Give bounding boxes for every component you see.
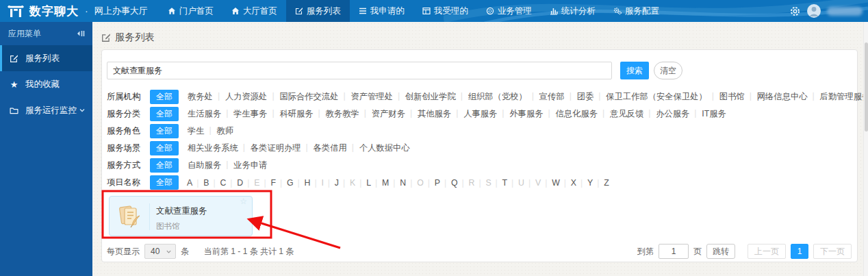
user-avatar[interactable] [807,4,821,18]
nav-item-portal-home[interactable]: 门户首页 [159,0,222,22]
filter-all-badge[interactable]: 全部 [150,124,179,138]
filter-option[interactable]: 各类证明办理 [244,142,307,154]
filter-all-badge[interactable]: 全部 [150,158,179,173]
filter-all-badge[interactable]: 全部 [150,90,179,104]
letter-option-W[interactable]: W [546,178,565,188]
house-icon [231,7,240,15]
scrollbar-thumb[interactable] [865,42,868,131]
filter-option[interactable]: 教师 [211,125,240,137]
letter-option-V[interactable]: V [530,178,546,188]
letter-option-U[interactable]: U [513,178,530,188]
clear-button[interactable]: 清空 [654,62,682,79]
brand[interactable]: 数字聊大 · 网上办事大厅 [0,3,159,19]
filter-option[interactable]: 网络信息中心 [751,91,814,103]
letter-option-Z[interactable]: Z [598,178,615,188]
filter-option[interactable]: 学生 [181,125,211,137]
arch-logo-icon [7,4,25,18]
filter-option[interactable]: 意见反馈 [604,108,650,120]
filter-option[interactable]: 教务教学 [320,108,366,120]
filter-option[interactable]: 组织部（党校） [462,91,533,103]
sidebar-menu: 服务列表★我的收藏服务运行监控 [0,45,92,123]
letter-option-N[interactable]: N [394,178,411,188]
filter-option[interactable]: 保卫工作部（安全保卫处） [600,91,713,103]
filter-option[interactable]: 团委 [571,91,600,103]
letter-option-S[interactable]: S [480,178,496,188]
letter-option-H[interactable]: H [298,178,316,188]
letter-option-L[interactable]: L [361,178,376,188]
filter-all-badge[interactable]: 全部 [150,141,179,155]
letter-option-A[interactable]: A [181,178,198,188]
username-redacted[interactable] [827,7,863,16]
letter-option-B[interactable]: B [198,178,214,188]
filter-option[interactable]: 相关业务系统 [181,142,244,154]
jump-button[interactable]: 跳转 [706,244,735,259]
next-page-button[interactable]: 下一页 [813,244,852,259]
letter-option-T[interactable]: T [497,178,513,188]
filter-all-badge[interactable]: 全部 [150,175,179,190]
nav-item-hall-home[interactable]: 大厅首页 [222,0,286,22]
letter-option-C[interactable]: C [214,178,231,188]
sidebar-item-my-favorites[interactable]: ★我的收藏 [0,71,92,97]
filter-option[interactable]: 后勤管理服务中心 [814,91,868,103]
letter-option-G[interactable]: G [281,178,299,188]
service-card[interactable]: ☆ 文献查重服务 图书馆 [109,196,253,236]
filter-option[interactable]: 业务申请 [227,160,273,171]
sidebar-item-label: 我的收藏 [25,79,60,90]
per-page-select[interactable]: 40 [144,244,176,259]
nav-item-my-applications[interactable]: 我申请的 [350,0,413,22]
letter-option-X[interactable]: X [565,178,582,188]
star-outline-icon[interactable]: ☆ [240,197,247,206]
letter-option-D[interactable]: D [231,178,248,188]
letter-option-M[interactable]: M [376,178,394,188]
nav-item-statistics[interactable]: 统计分析 [541,0,604,22]
scrollbar-track[interactable] [863,22,868,276]
sidebar-item-service-list[interactable]: 服务列表 [0,45,92,71]
letter-option-Y[interactable]: Y [582,178,598,188]
collapse-sidebar-icon[interactable] [76,29,86,38]
filter-option[interactable]: 资产财务 [366,108,411,120]
filter-option[interactable]: 教务处 [181,91,219,103]
filter-option[interactable]: 学生事务 [227,108,273,120]
nav-item-label: 统计分析 [561,5,596,17]
filter-option[interactable]: IT服务 [695,108,732,120]
filter-option[interactable]: 外事服务 [503,108,549,120]
letter-option-K[interactable]: K [344,178,361,188]
nav-item-my-accepted[interactable]: 我受理的 [413,0,477,22]
search-input[interactable] [107,62,612,79]
filter-option[interactable]: 自助服务 [181,160,227,171]
filter-option[interactable]: 办公服务 [650,108,695,120]
filter-option[interactable]: 资产管理处 [344,91,398,103]
filter-option[interactable]: 各类借用 [307,142,353,154]
page-title: 服务列表 [101,31,155,44]
filter-option[interactable]: 信息化服务 [550,108,604,120]
filter-option[interactable]: 国际合作交流处 [273,91,344,103]
filter-option[interactable]: 人力资源处 [219,91,273,103]
filter-option[interactable]: 科研服务 [273,108,319,120]
search-button[interactable]: 搜索 [620,62,649,79]
filter-option[interactable]: 宣传部 [533,91,571,103]
filter-option[interactable]: 创新创业学院 [399,91,462,103]
letter-option-R[interactable]: R [463,178,481,188]
nav-item-service-list[interactable]: 服务列表 [286,0,350,22]
filter-all-badge[interactable]: 全部 [150,107,179,121]
navbar-right-cluster [789,0,863,22]
filter-option[interactable]: 图书馆 [713,91,751,103]
nav-item-business-management[interactable]: 业务管理 [477,0,541,22]
current-page-button[interactable]: 1 [791,244,808,259]
settings-gear-icon[interactable] [789,5,801,17]
sidebar-item-service-monitor[interactable]: 服务运行监控 [0,97,92,123]
goto-page-input[interactable] [659,244,689,259]
brand-name: 数字聊大 [29,3,79,19]
letter-option-P[interactable]: P [429,178,446,188]
letter-option-O[interactable]: O [411,178,429,188]
letter-option-J[interactable]: J [329,178,344,188]
nav-item-service-config[interactable]: 服务配置 [604,0,668,22]
filter-option[interactable]: 个人数据中心 [353,142,416,154]
filter-option[interactable]: 生活服务 [181,108,227,120]
filter-option[interactable]: 人事服务 [457,108,503,120]
letter-option-E[interactable]: E [248,178,265,188]
letter-option-Q[interactable]: Q [446,178,463,188]
prev-page-button[interactable]: 上一页 [748,244,786,259]
letter-option-F[interactable]: F [265,178,281,188]
filter-option[interactable]: 其他服务 [411,108,457,120]
